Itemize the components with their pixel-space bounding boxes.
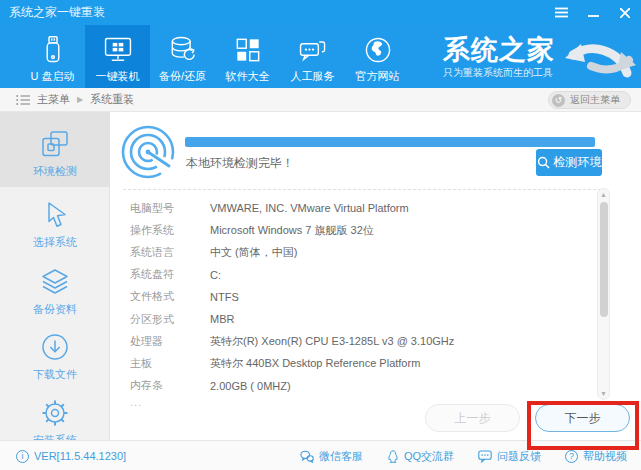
nav-item-website[interactable]: 官方网站	[345, 25, 410, 88]
info-value: C:	[210, 269, 221, 281]
main-panel: 本地环境检测完毕！ 检测环境 电脑型号VMWARE, INC. VMware V…	[111, 112, 641, 440]
search-icon	[537, 156, 550, 169]
logo-swoosh-icon	[557, 32, 637, 82]
scrollbar-thumb[interactable]	[600, 202, 608, 317]
table-row: 电脑型号VMWARE, INC. VMware Virtual Platform	[130, 197, 454, 219]
sidebar-item-select-system[interactable]: 选择系统	[0, 190, 110, 257]
wechat-support-link[interactable]: 微信客服	[300, 449, 363, 464]
feedback-icon	[478, 450, 492, 463]
nav-item-label: 人工服务	[291, 69, 335, 84]
info-value: 中文 (简体，中国)	[210, 245, 297, 260]
brand-logo: 系统之家 只为重装系统而生的工具	[443, 32, 637, 82]
sidebar-item-label: 下载文件	[33, 367, 77, 382]
info-label: 文件格式	[130, 289, 210, 304]
table-row: 操作系统Microsoft Windows 7 旗舰版 32位	[130, 219, 454, 241]
sidebar-item-label: 选择系统	[33, 235, 77, 250]
globe-icon	[361, 33, 395, 67]
nav-item-label: 软件大全	[226, 69, 270, 84]
window-controls	[553, 0, 633, 25]
sidebar-item-download-files[interactable]: 下载文件	[0, 322, 110, 388]
qq-icon	[387, 450, 399, 463]
info-value: VMWARE, INC. VMware Virtual Platform	[210, 202, 409, 214]
sidebar-item-install-system[interactable]: 安装系统	[0, 388, 110, 448]
table-row: 主板英特尔 440BX Desktop Reference Platform	[130, 352, 454, 374]
table-row: 系统语言中文 (简体，中国)	[130, 241, 454, 263]
nav-item-label: 官方网站	[356, 69, 400, 84]
nav-item-support[interactable]: 人工服务	[280, 25, 345, 88]
layers-backup-icon	[40, 267, 70, 297]
close-icon[interactable]	[617, 5, 633, 21]
info-label: 操作系统	[130, 223, 210, 238]
list-icon	[16, 94, 30, 106]
help-video-link[interactable]: ? 帮助视频	[565, 449, 627, 464]
software-grid-icon	[231, 33, 265, 67]
table-scrollbar[interactable]: ▲ ▼	[597, 188, 610, 400]
back-arrow-icon: ↺	[552, 94, 565, 107]
nav-item-list: U 盘启动 一键装机	[20, 25, 410, 88]
env-detect-icon	[40, 129, 70, 159]
qq-group-link[interactable]: QQ交流群	[387, 449, 454, 464]
breadcrumb-current: 系统重装	[90, 92, 134, 107]
nav-item-software[interactable]: 软件大全	[215, 25, 280, 88]
next-step-button[interactable]: 下一步	[535, 404, 630, 432]
footer-links: 微信客服 QQ交流群 问题反馈	[300, 441, 627, 470]
info-value: 2.00GB ( 0MHZ)	[210, 380, 291, 392]
info-value: 英特尔 440BX Desktop Reference Platform	[210, 356, 420, 371]
logo-title: 系统之家	[443, 35, 555, 65]
feedback-link[interactable]: 问题反馈	[478, 449, 541, 464]
detect-button-label: 检测环境	[554, 154, 602, 171]
detect-progress-bar	[185, 137, 595, 147]
database-restore-icon	[166, 33, 200, 67]
info-label: 系统语言	[130, 245, 210, 260]
top-nav: U 盘启动 一键装机	[0, 25, 641, 88]
window-title: 系统之家一键重装	[9, 4, 105, 21]
info-label: 主板	[130, 356, 210, 371]
back-button-label: 返回主菜单	[570, 93, 620, 107]
scroll-up-icon[interactable]: ▲	[598, 191, 609, 198]
menu-icon[interactable]	[553, 5, 569, 21]
footer-link-label: 问题反馈	[497, 449, 541, 464]
info-value: Microsoft Windows 7 旗舰版 32位	[210, 223, 374, 238]
scroll-down-icon[interactable]: ▼	[598, 390, 609, 397]
detect-status-text: 本地环境检测完毕！	[186, 155, 294, 172]
more-rows-indicator: ...	[130, 396, 142, 408]
nav-item-backup-restore[interactable]: 备份/还原	[150, 25, 215, 88]
info-label: 系统盘符	[130, 267, 210, 282]
radar-scan-icon	[120, 124, 176, 180]
info-value: NTFS	[210, 291, 239, 303]
footer-link-label: 微信客服	[319, 449, 363, 464]
table-row: 系统盘符C:	[130, 264, 454, 286]
minimize-icon[interactable]	[585, 5, 601, 21]
nav-item-one-click-install[interactable]: 一键装机	[85, 25, 150, 88]
info-label: 内存条	[130, 378, 210, 393]
progress-fill	[185, 137, 595, 147]
monitor-windows-icon	[101, 33, 135, 67]
status-bar: i VER[11.5.44.1230] 微信客服	[0, 440, 641, 470]
sidebar-item-backup-data[interactable]: 备份资料	[0, 257, 110, 322]
wechat-icon	[300, 450, 314, 463]
version-text: VER[11.5.44.1230]	[34, 450, 126, 462]
back-to-main-menu-button[interactable]: ↺ 返回主菜单	[548, 91, 631, 109]
info-label: 处理器	[130, 334, 210, 349]
help-icon: ?	[565, 450, 578, 463]
sidebar-item-label: 环境检测	[33, 164, 77, 179]
footer-link-label: 帮助视频	[583, 449, 627, 464]
nav-item-label: 备份/还原	[159, 69, 206, 84]
download-circle-icon	[40, 332, 70, 362]
table-row: 内存条2.00GB ( 0MHZ)	[130, 375, 454, 397]
nav-item-usb-boot[interactable]: U 盘启动	[20, 25, 85, 88]
breadcrumb: 主菜单 ▶ 系统重装	[16, 92, 134, 107]
table-row: 文件格式NTFS	[130, 286, 454, 308]
breadcrumb-root[interactable]: 主菜单	[37, 92, 70, 107]
divider	[123, 189, 601, 190]
footer-link-label: QQ交流群	[404, 449, 454, 464]
detect-environment-button[interactable]: 检测环境	[536, 149, 602, 176]
chat-service-icon	[296, 33, 330, 67]
nav-item-label: U 盘启动	[31, 69, 75, 84]
sidebar-item-env-detect[interactable]: 环境检测	[0, 112, 110, 187]
table-row: 分区形式MBR	[130, 308, 454, 330]
gear-icon	[40, 398, 70, 428]
breadcrumb-bar: 主菜单 ▶ 系统重装 ↺ 返回主菜单	[0, 88, 641, 112]
usb-drive-icon	[36, 33, 70, 67]
sidebar-item-label: 备份资料	[33, 302, 77, 317]
